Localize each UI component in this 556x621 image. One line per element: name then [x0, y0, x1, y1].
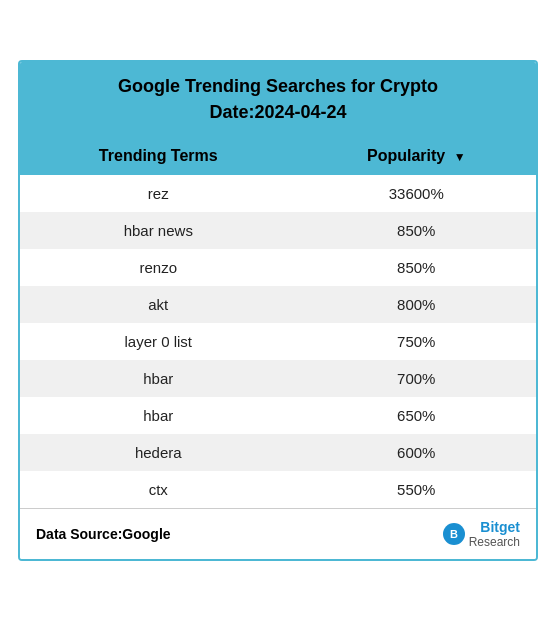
cell-popularity: 700%	[297, 360, 536, 397]
popularity-label: Popularity	[367, 147, 445, 164]
cell-term: hbar	[20, 360, 297, 397]
cell-popularity: 850%	[297, 212, 536, 249]
table-row: akt800%	[20, 286, 536, 323]
cell-popularity: 850%	[297, 249, 536, 286]
table-row: hbar650%	[20, 397, 536, 434]
column-header-popularity: Popularity ▼	[297, 137, 536, 175]
cell-popularity: 600%	[297, 434, 536, 471]
svg-text:B: B	[450, 528, 458, 540]
cell-term: renzo	[20, 249, 297, 286]
column-header-term: Trending Terms	[20, 137, 297, 175]
cell-term: hbar	[20, 397, 297, 434]
bitget-label: Bitget Research	[469, 519, 520, 549]
cell-term: hedera	[20, 434, 297, 471]
sort-arrow-icon: ▼	[454, 150, 466, 164]
cell-term: akt	[20, 286, 297, 323]
table-row: ctx550%	[20, 471, 536, 508]
cell-popularity: 800%	[297, 286, 536, 323]
bitget-brand-sub: Research	[469, 535, 520, 549]
cell-term: ctx	[20, 471, 297, 508]
table-row: renzo850%	[20, 249, 536, 286]
title-line2: Date:2024-04-24	[209, 102, 346, 122]
card-title: Google Trending Searches for Crypto Date…	[20, 62, 536, 136]
cell-term: layer 0 list	[20, 323, 297, 360]
cell-term: hbar news	[20, 212, 297, 249]
table-row: hbar700%	[20, 360, 536, 397]
cell-popularity: 33600%	[297, 175, 536, 212]
cell-term: rez	[20, 175, 297, 212]
table-row: rez33600%	[20, 175, 536, 212]
cell-popularity: 750%	[297, 323, 536, 360]
cell-popularity: 650%	[297, 397, 536, 434]
footer: Data Source:Google B Bitget Research	[20, 508, 536, 559]
bitget-logo: B Bitget Research	[443, 519, 520, 549]
bitget-icon: B	[443, 523, 465, 545]
title-line1: Google Trending Searches for Crypto	[118, 76, 438, 96]
trending-table: Trending Terms Popularity ▼ rez33600%hba…	[20, 137, 536, 508]
bitget-brand-name: Bitget	[480, 519, 520, 535]
cell-popularity: 550%	[297, 471, 536, 508]
data-source-label: Data Source:Google	[36, 526, 171, 542]
table-row: hedera600%	[20, 434, 536, 471]
table-row: layer 0 list750%	[20, 323, 536, 360]
table-row: hbar news850%	[20, 212, 536, 249]
card: Google Trending Searches for Crypto Date…	[18, 60, 538, 560]
